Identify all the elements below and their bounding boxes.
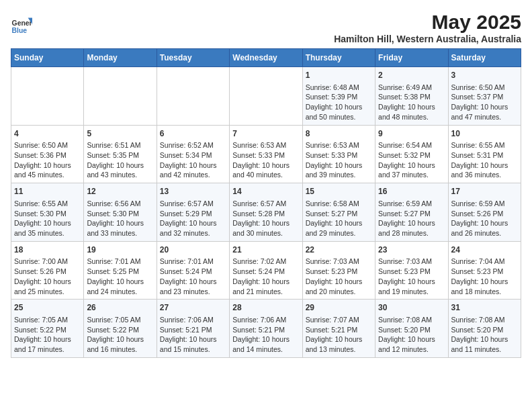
day-info: Sunrise: 6:50 AM: [451, 83, 518, 93]
day-info: Sunrise: 6:48 AM: [306, 83, 372, 93]
calendar-cell: 16Sunrise: 6:59 AMSunset: 5:27 PMDayligh…: [375, 183, 448, 242]
day-info: Daylight: 10 hours and 32 minutes.: [160, 218, 226, 238]
calendar-cell: 21Sunrise: 7:02 AMSunset: 5:24 PMDayligh…: [230, 241, 302, 300]
day-info: Sunrise: 7:06 AM: [160, 315, 226, 325]
calendar-table: SundayMondayTuesdayWednesdayThursdayFrid…: [11, 48, 521, 358]
page-header: General Blue May 2025 Hamilton Hill, Wes…: [11, 11, 521, 44]
day-info: Sunrise: 7:05 AM: [87, 315, 153, 325]
day-info: Daylight: 10 hours and 37 minutes.: [378, 161, 445, 180]
day-number: 8: [306, 128, 372, 140]
day-number: 22: [306, 244, 372, 256]
calendar-cell: 6Sunrise: 6:52 AMSunset: 5:34 PMDaylight…: [157, 125, 229, 183]
day-info: Sunrise: 6:57 AM: [232, 199, 299, 209]
day-info: Daylight: 10 hours and 11 minutes.: [451, 334, 518, 354]
day-number: 29: [306, 302, 372, 314]
day-info: Sunset: 5:22 PM: [87, 325, 153, 335]
day-info: Daylight: 10 hours and 28 minutes.: [378, 218, 445, 238]
day-info: Sunset: 5:23 PM: [378, 267, 445, 277]
day-number: 23: [378, 244, 445, 256]
day-info: Daylight: 10 hours and 20 minutes.: [306, 277, 372, 296]
day-info: Sunrise: 6:52 AM: [160, 140, 226, 150]
day-number: 13: [160, 186, 226, 197]
day-info: Sunset: 5:36 PM: [14, 150, 81, 161]
day-info: Daylight: 10 hours and 18 minutes.: [451, 277, 518, 296]
svg-text:General: General: [12, 19, 32, 27]
calendar-cell: 30Sunrise: 7:08 AMSunset: 5:20 PMDayligh…: [375, 300, 448, 358]
day-info: Sunrise: 6:54 AM: [378, 140, 445, 150]
week-row-3: 11Sunrise: 6:55 AMSunset: 5:30 PMDayligh…: [11, 183, 521, 242]
day-number: 6: [160, 128, 226, 140]
calendar-cell: 17Sunrise: 6:59 AMSunset: 5:26 PMDayligh…: [448, 183, 521, 242]
day-info: Sunset: 5:24 PM: [232, 267, 299, 277]
day-info: Sunrise: 7:01 AM: [160, 257, 226, 267]
day-info: Sunset: 5:29 PM: [160, 209, 226, 219]
day-number: 7: [232, 128, 299, 140]
day-info: Sunrise: 6:55 AM: [451, 140, 518, 150]
day-number: 14: [232, 186, 299, 197]
calendar-cell: [11, 67, 84, 126]
day-info: Sunset: 5:37 PM: [451, 92, 518, 102]
day-number: 24: [451, 244, 518, 256]
day-info: Sunrise: 7:08 AM: [451, 315, 518, 325]
day-number: 30: [378, 302, 445, 314]
day-info: Daylight: 10 hours and 45 minutes.: [14, 161, 81, 180]
day-info: Sunrise: 7:02 AM: [232, 257, 299, 267]
day-info: Daylight: 10 hours and 14 minutes.: [232, 334, 299, 354]
day-info: Daylight: 10 hours and 48 minutes.: [378, 102, 445, 122]
day-number: 18: [14, 244, 81, 256]
calendar-cell: 18Sunrise: 7:00 AMSunset: 5:26 PMDayligh…: [11, 241, 84, 300]
day-info: Daylight: 10 hours and 16 minutes.: [87, 334, 153, 354]
calendar-cell: 31Sunrise: 7:08 AMSunset: 5:20 PMDayligh…: [448, 300, 521, 358]
calendar-cell: 29Sunrise: 7:07 AMSunset: 5:21 PMDayligh…: [302, 300, 375, 358]
day-info: Sunset: 5:30 PM: [14, 209, 81, 219]
calendar-cell: 12Sunrise: 6:56 AMSunset: 5:30 PMDayligh…: [84, 183, 157, 242]
day-info: Sunset: 5:20 PM: [378, 325, 445, 335]
column-header-monday: Monday: [84, 49, 157, 67]
day-info: Sunrise: 6:55 AM: [14, 199, 81, 209]
day-info: Daylight: 10 hours and 33 minutes.: [87, 218, 153, 238]
day-number: 17: [451, 186, 518, 197]
day-info: Daylight: 10 hours and 39 minutes.: [306, 161, 372, 180]
calendar-cell: 27Sunrise: 7:06 AMSunset: 5:21 PMDayligh…: [157, 300, 229, 358]
column-header-wednesday: Wednesday: [230, 49, 302, 67]
day-info: Sunset: 5:34 PM: [160, 150, 226, 161]
day-info: Daylight: 10 hours and 43 minutes.: [87, 161, 153, 180]
week-row-1: 1Sunrise: 6:48 AMSunset: 5:39 PMDaylight…: [11, 67, 521, 126]
day-info: Sunset: 5:21 PM: [160, 325, 226, 335]
day-info: Daylight: 10 hours and 30 minutes.: [232, 218, 299, 238]
day-number: 3: [451, 70, 518, 81]
day-info: Sunrise: 7:01 AM: [87, 257, 153, 267]
calendar-cell: 14Sunrise: 6:57 AMSunset: 5:28 PMDayligh…: [230, 183, 302, 242]
day-info: Daylight: 10 hours and 15 minutes.: [160, 334, 226, 354]
day-info: Sunrise: 6:57 AM: [160, 199, 226, 209]
day-info: Daylight: 10 hours and 21 minutes.: [232, 277, 299, 296]
day-info: Sunrise: 7:04 AM: [451, 257, 518, 267]
calendar-cell: 20Sunrise: 7:01 AMSunset: 5:24 PMDayligh…: [157, 241, 229, 300]
day-info: Daylight: 10 hours and 25 minutes.: [14, 277, 81, 296]
day-info: Sunrise: 6:53 AM: [306, 140, 372, 150]
day-number: 20: [160, 244, 226, 256]
day-number: 9: [378, 128, 445, 140]
day-info: Sunrise: 6:49 AM: [378, 83, 445, 93]
calendar-cell: 7Sunrise: 6:53 AMSunset: 5:33 PMDaylight…: [230, 125, 302, 183]
day-info: Daylight: 10 hours and 24 minutes.: [87, 277, 153, 296]
calendar-cell: 26Sunrise: 7:05 AMSunset: 5:22 PMDayligh…: [84, 300, 157, 358]
calendar-cell: 25Sunrise: 7:05 AMSunset: 5:22 PMDayligh…: [11, 300, 84, 358]
day-info: Sunset: 5:33 PM: [232, 150, 299, 161]
day-info: Daylight: 10 hours and 42 minutes.: [160, 161, 226, 180]
logo: General Blue: [11, 13, 32, 35]
day-info: Sunset: 5:20 PM: [451, 325, 518, 335]
day-info: Sunset: 5:27 PM: [378, 209, 445, 219]
calendar-cell: 22Sunrise: 7:03 AMSunset: 5:23 PMDayligh…: [302, 241, 375, 300]
day-number: 2: [378, 70, 445, 81]
day-info: Daylight: 10 hours and 36 minutes.: [451, 161, 518, 180]
day-info: Daylight: 10 hours and 35 minutes.: [14, 218, 81, 238]
day-info: Daylight: 10 hours and 47 minutes.: [451, 102, 518, 122]
day-info: Sunrise: 7:06 AM: [232, 315, 299, 325]
day-info: Sunset: 5:27 PM: [306, 209, 372, 219]
day-info: Sunset: 5:26 PM: [451, 209, 518, 219]
day-info: Sunset: 5:38 PM: [378, 92, 445, 102]
day-info: Sunset: 5:21 PM: [232, 325, 299, 335]
day-number: 4: [14, 128, 81, 140]
day-info: Sunset: 5:23 PM: [306, 267, 372, 277]
